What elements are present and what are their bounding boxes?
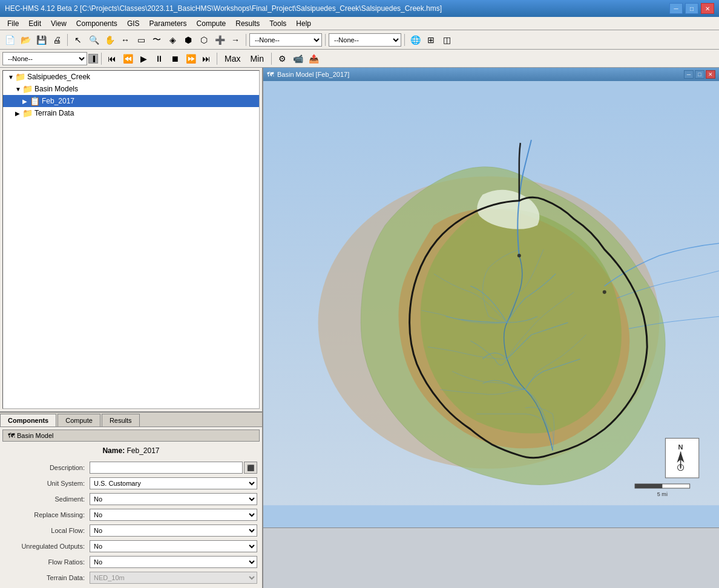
bottom-map-strip — [263, 528, 719, 588]
bottom-section: Components Compute Results 🗺 Basin Model… — [0, 411, 262, 588]
stop-button[interactable]: ⏹ — [168, 51, 182, 66]
tree-item-feb2017[interactable]: ▶ 📋 Feb_2017 — [3, 95, 259, 107]
sediment-select[interactable]: No Yes — [90, 493, 257, 505]
new-button[interactable]: 📄 — [2, 33, 17, 47]
save-button[interactable]: 💾 — [34, 33, 48, 47]
none-dropdown-1[interactable]: --None-- — [249, 33, 322, 47]
scroll-thumb[interactable]: ▐ — [88, 54, 98, 64]
menu-gis[interactable]: GIS — [122, 18, 145, 29]
menu-file[interactable]: File — [2, 18, 24, 29]
unit-system-select[interactable]: U.S. Customary SI — [90, 477, 257, 489]
reach-tool[interactable]: 〜 — [149, 33, 164, 47]
prop-label-unregulated-outputs: Unregulated Outputs: — [2, 538, 87, 554]
close-button[interactable]: ✕ — [701, 3, 714, 14]
skip-fwd-button[interactable]: ⏭ — [199, 51, 214, 66]
max-button[interactable]: Max — [220, 51, 245, 66]
tree-label-terrain: Terrain Data — [34, 109, 74, 117]
pan-hand[interactable]: ✋ — [102, 33, 117, 47]
expand-terrain[interactable]: ▶ — [15, 110, 21, 117]
tree-label-salsipuedes: Salsipuedes_Creek — [27, 73, 90, 81]
prop-row-unregulated-outputs: Unregulated Outputs: No Yes — [2, 538, 260, 554]
menu-edit[interactable]: Edit — [24, 18, 46, 29]
rect-tool[interactable]: ▭ — [134, 33, 148, 47]
description-input[interactable] — [90, 462, 243, 474]
tree-item-basin-models[interactable]: ▼ 📁 Basin Models — [3, 83, 259, 95]
tabs-bar: Components Compute Results — [0, 413, 262, 427]
menu-tools[interactable]: Tools — [264, 18, 291, 29]
tree-label-feb2017: Feb_2017 — [42, 97, 74, 105]
window-title: HEC-HMS 4.12 Beta 2 [C:\Projects\Classes… — [5, 4, 442, 13]
minimize-button[interactable]: ─ — [669, 3, 683, 14]
video-icon[interactable]: 📹 — [291, 51, 305, 66]
move-tool[interactable]: ↔ — [118, 33, 133, 47]
name-field-label: Name: — [102, 446, 125, 455]
prop-row-local-flow: Local Flow: No Yes — [2, 523, 260, 538]
expand-basin-models[interactable]: ▼ — [15, 86, 21, 93]
svg-point-2 — [517, 253, 521, 257]
zoom-tool[interactable]: 🔍 — [87, 33, 101, 47]
separator-6 — [217, 53, 217, 65]
name-field-value: Feb_2017 — [126, 446, 159, 455]
prev-button[interactable]: ⏪ — [120, 51, 135, 66]
pause-button[interactable]: ⏸ — [152, 51, 166, 66]
none-dropdown-3[interactable]: --None-- — [2, 52, 87, 65]
map-canvas[interactable]: N 5 mi — [263, 81, 719, 528]
map-minimize-btn[interactable]: ─ — [684, 70, 694, 79]
source-tool[interactable]: ⬢ — [181, 33, 195, 47]
play-button[interactable]: ▶ — [136, 51, 151, 66]
settings-icon[interactable]: ⚙ — [275, 51, 289, 66]
prop-row-unit-system: Unit System: U.S. Customary SI — [2, 475, 260, 491]
min-button[interactable]: Min — [246, 51, 268, 66]
map-close-btn[interactable]: ✕ — [706, 70, 715, 79]
project-tree[interactable]: ▼ 📁 Salsipuedes_Creek ▼ 📁 Basin Models ▶… — [2, 70, 260, 409]
description-btn[interactable]: ⬛ — [244, 462, 257, 474]
main-layout: ▼ 📁 Salsipuedes_Creek ▼ 📁 Basin Models ▶… — [0, 68, 719, 588]
menu-view[interactable]: View — [46, 18, 71, 29]
menu-compute[interactable]: Compute — [192, 18, 231, 29]
menu-results[interactable]: Results — [231, 18, 264, 29]
print-button[interactable]: 🖨 — [50, 33, 64, 47]
prop-label-local-flow: Local Flow: — [2, 523, 87, 538]
junction-tool[interactable]: ◈ — [165, 33, 180, 47]
tree-item-terrain[interactable]: ▶ 📁 Terrain Data — [3, 107, 259, 119]
arrow-tool[interactable]: ↖ — [71, 33, 85, 47]
add-tool[interactable]: ➕ — [212, 33, 227, 47]
sink-tool[interactable]: ⬡ — [197, 33, 211, 47]
map-title-controls: ─ □ ✕ — [684, 70, 715, 79]
folder-icon-basin-models: 📁 — [22, 84, 33, 94]
toolbar-1: 📄 📂 💾 🖨 ↖ 🔍 ✋ ↔ ▭ 〜 ◈ ⬢ ⬡ ➕ → --None-- -… — [0, 30, 719, 50]
tab-components[interactable]: Components — [0, 414, 56, 426]
map-title-left: 🗺 Basin Model [Feb_2017] — [267, 71, 349, 78]
export-icon[interactable]: 📤 — [306, 51, 321, 66]
unregulated-outputs-select[interactable]: No Yes — [90, 540, 257, 552]
arrow-right[interactable]: → — [228, 33, 243, 47]
basin-model-header: 🗺 Basin Model — [2, 430, 260, 442]
menu-components[interactable]: Components — [71, 18, 122, 29]
expand-feb2017[interactable]: ▶ — [22, 98, 28, 105]
local-flow-select[interactable]: No Yes — [90, 524, 257, 537]
properties-panel: 🗺 Basin Model Name: Feb_2017 Description… — [0, 427, 262, 588]
expand-salsipuedes[interactable]: ▼ — [8, 74, 14, 80]
menu-help[interactable]: Help — [291, 18, 316, 29]
maximize-button[interactable]: □ — [685, 3, 698, 14]
menu-parameters[interactable]: Parameters — [145, 18, 192, 29]
tab-results[interactable]: Results — [102, 414, 140, 426]
replace-missing-select[interactable]: No Yes — [90, 509, 257, 521]
skip-back-button[interactable]: ⏮ — [105, 51, 119, 66]
layer-icon[interactable]: ◫ — [439, 33, 454, 47]
prop-cell-replace-missing: No Yes — [87, 507, 260, 523]
flow-ratios-select[interactable]: No Yes — [90, 556, 257, 568]
globe-icon[interactable]: 🌐 — [408, 33, 422, 47]
title-bar: HEC-HMS 4.12 Beta 2 [C:\Projects\Classes… — [0, 0, 719, 17]
svg-text:5 mi: 5 mi — [657, 491, 668, 497]
next-button[interactable]: ⏩ — [183, 51, 198, 66]
open-button[interactable]: 📂 — [18, 33, 33, 47]
terrain-data-select[interactable]: NED_10m — [90, 572, 257, 584]
prop-label-description: Description: — [2, 460, 87, 475]
tree-item-salsipuedes[interactable]: ▼ 📁 Salsipuedes_Creek — [3, 71, 259, 83]
grid-icon[interactable]: ⊞ — [424, 33, 438, 47]
prop-cell-terrain-data: NED_10m — [87, 570, 260, 586]
map-maximize-btn[interactable]: □ — [695, 70, 704, 79]
tab-compute[interactable]: Compute — [57, 414, 100, 426]
none-dropdown-2[interactable]: --None-- — [329, 33, 401, 47]
